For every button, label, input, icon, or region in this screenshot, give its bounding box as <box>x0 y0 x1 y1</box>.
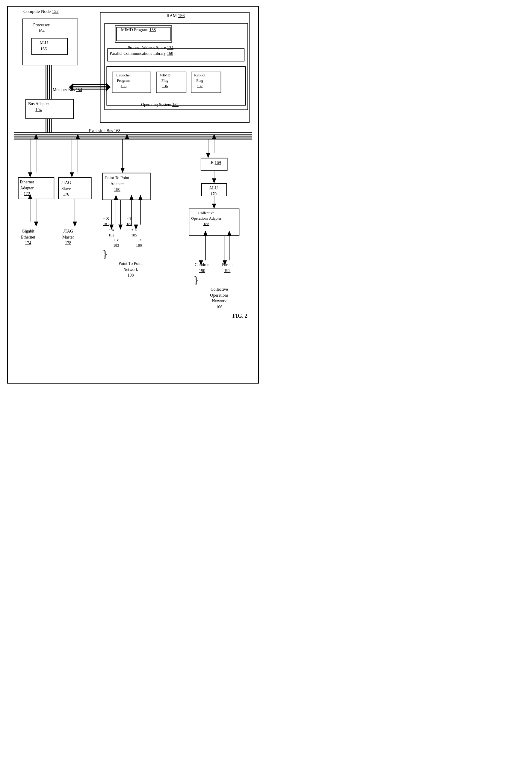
svg-marker-41 <box>125 134 129 139</box>
svg-marker-71 <box>203 230 208 236</box>
os-label: Operating System 162 <box>141 102 178 108</box>
gigabit-eth-label: GigabitEthernet174 <box>21 228 35 246</box>
svg-marker-33 <box>34 134 38 139</box>
parent-label: Parent192 <box>222 262 233 274</box>
alu-170-label: ALU170 <box>209 185 218 197</box>
svg-rect-9 <box>23 19 78 65</box>
ptp-network-label: Point To PointNetwork108 <box>101 261 161 278</box>
svg-marker-35 <box>70 172 74 178</box>
ethernet-adapter-label: EthernetAdapter172 <box>20 179 34 197</box>
svg-marker-67 <box>138 195 142 200</box>
svg-marker-77 <box>34 222 38 227</box>
svg-marker-43 <box>206 153 210 158</box>
svg-marker-45 <box>212 134 216 139</box>
svg-marker-61 <box>118 225 123 230</box>
svg-rect-10 <box>32 38 67 55</box>
ram-label: RAM 156 <box>167 12 185 19</box>
svg-marker-75 <box>227 230 231 236</box>
mimd-program-label: MIMD Program 158 <box>121 27 156 33</box>
alu-166-label: ALU166 <box>39 40 48 52</box>
processor-label: Processor164 <box>33 22 49 34</box>
children-label: Children190 <box>195 262 209 274</box>
ptp-brace: } <box>102 249 107 259</box>
svg-marker-25 <box>106 83 110 91</box>
svg-marker-51 <box>212 204 216 209</box>
svg-marker-31 <box>28 172 32 178</box>
mimd-flag-label: MIMDFlag136 <box>159 72 170 89</box>
outer-border: Compute Node 152 RAM 156 MIMD Program 15… <box>7 6 259 383</box>
svg-marker-48 <box>212 178 216 183</box>
plus-y-label: + Y183 <box>113 237 119 248</box>
process-addr-label: Process Address Space 134 <box>128 45 173 51</box>
plus-x-label: + X181 <box>103 216 109 226</box>
collective-network-label: CollectiveOperationsNetwork106 <box>189 286 249 310</box>
ptp-adapter-label: Point To PointAdapter180 <box>105 175 129 193</box>
compute-node-label: Compute Node 152 <box>23 8 59 15</box>
ir-label: IR 169 <box>209 160 221 166</box>
svg-marker-39 <box>121 168 125 173</box>
minus-z-label: − Z186 <box>136 237 142 248</box>
svg-marker-63 <box>129 195 134 200</box>
plus-z-label: + Z185 <box>131 227 137 238</box>
page: Compute Node 152 RAM 156 MIMD Program 15… <box>0 0 266 392</box>
fig-label: FIG. 2 <box>232 312 247 320</box>
parallel-comm-label: Parallel Communications Library 160 <box>110 51 173 57</box>
jtag-master-label: JTAGMaster178 <box>62 228 74 246</box>
svg-marker-37 <box>76 134 80 139</box>
svg-marker-59 <box>114 195 118 200</box>
memory-bus-label: Memory Bus 154 <box>53 87 82 93</box>
minus-x-label: − X182 <box>108 227 114 238</box>
ext-bus-label: Extension Bus 168 <box>89 128 121 134</box>
reboot-flag-label: RebootFlag137 <box>194 72 205 89</box>
svg-rect-1 <box>104 23 248 110</box>
collective-ops-label: CollectiveOperations Adapter188 <box>191 210 221 227</box>
jtag-slave-label: JTAGSlave176 <box>61 180 71 197</box>
bus-adapter-label: Bus Adapter194 <box>28 101 49 113</box>
minus-y-label: − Y184 <box>126 216 132 226</box>
collective-brace: } <box>194 275 199 286</box>
launcher-label: LauncherProgram135 <box>116 72 131 89</box>
svg-marker-81 <box>73 222 77 227</box>
